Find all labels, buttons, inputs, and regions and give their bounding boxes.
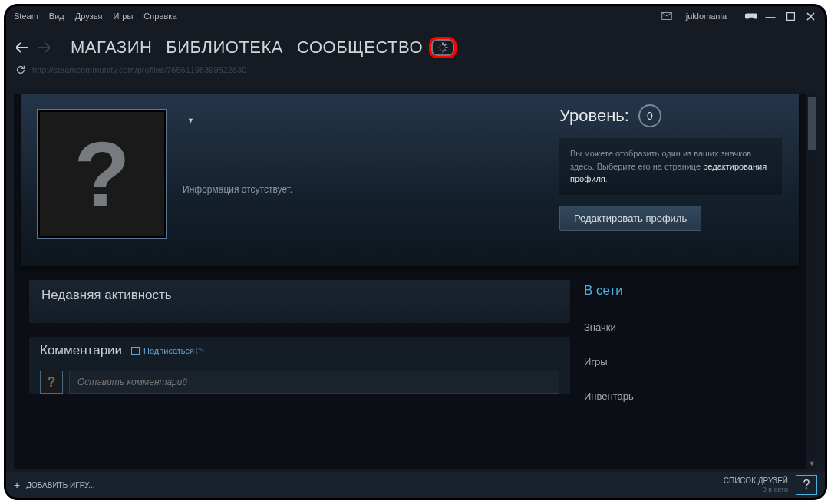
mail-icon[interactable] xyxy=(661,12,672,20)
sidebar-badges-link[interactable]: Значки xyxy=(584,321,799,333)
svg-line-9 xyxy=(440,44,441,46)
help-superscript-icon[interactable]: (?) xyxy=(196,347,204,354)
friends-online-count: 0 в сети xyxy=(724,486,788,494)
gamepad-icon[interactable] xyxy=(745,12,757,21)
friends-list-button[interactable]: СПИСОК ДРУЗЕЙ 0 в сети xyxy=(724,476,788,494)
menu-games[interactable]: Игры xyxy=(113,12,133,21)
help-button[interactable]: ? xyxy=(796,475,817,495)
svg-line-3 xyxy=(444,44,446,46)
nav-library[interactable]: БИБЛИОТЕКА xyxy=(166,38,283,58)
add-game-button[interactable]: ДОБАВИТЬ ИГРУ... xyxy=(26,481,94,489)
subscribe-toggle[interactable]: Подписаться (?) xyxy=(131,346,204,355)
comments-panel: Комментарии Подписаться (?) ? xyxy=(29,337,570,394)
plus-icon: + xyxy=(14,479,20,491)
chevron-down-icon: ▼ xyxy=(187,117,194,124)
badge-hint-text: Вы можете отобразить один из ваших значк… xyxy=(559,138,782,195)
nav-back[interactable] xyxy=(14,39,31,56)
recent-activity-title: Недавняя активность xyxy=(41,288,558,303)
nav-forward[interactable] xyxy=(35,39,52,56)
window-close[interactable] xyxy=(803,9,817,23)
menu-steam[interactable]: Steam xyxy=(14,12,38,21)
sidebar-inventory-link[interactable]: Инвентарь xyxy=(584,390,799,402)
nav-store[interactable]: МАГАЗИН xyxy=(71,38,152,58)
svg-line-5 xyxy=(444,49,446,51)
comment-input[interactable] xyxy=(69,371,559,394)
status-online: В сети xyxy=(584,283,799,298)
window-minimize[interactable]: — xyxy=(763,9,777,23)
reload-icon[interactable] xyxy=(15,64,26,75)
url-text: http://steamcommunity.com/profiles/76561… xyxy=(32,65,246,74)
nav-community[interactable]: СООБЩЕСТВО xyxy=(297,38,423,58)
recent-activity-panel: Недавняя активность xyxy=(29,280,570,323)
edit-profile-button[interactable]: Редактировать профиль xyxy=(559,206,701,231)
window-maximize[interactable] xyxy=(783,9,797,23)
scroll-down-icon[interactable]: ▼ xyxy=(806,458,817,469)
level-value-badge: 0 xyxy=(638,104,661,127)
level-label: Уровень: 0 xyxy=(559,104,782,127)
profile-no-info: Информация отсутствует. xyxy=(183,184,292,195)
svg-rect-1 xyxy=(786,12,794,20)
menu-friends[interactable]: Друзья xyxy=(75,12,103,21)
profile-header: ? ▼ Информация отсутствует. Уровень: 0 В… xyxy=(21,94,799,266)
sidebar-games-link[interactable]: Игры xyxy=(584,356,799,367)
avatar-placeholder-icon: ? xyxy=(74,121,130,227)
avatar-frame[interactable]: ? xyxy=(37,109,167,239)
loading-spinner-icon xyxy=(437,42,448,53)
comments-title: Комментарии xyxy=(40,343,122,358)
account-username[interactable]: juldomania xyxy=(686,12,727,21)
menu-view[interactable]: Вид xyxy=(49,12,64,21)
svg-line-7 xyxy=(440,49,441,51)
scroll-thumb[interactable] xyxy=(808,97,816,150)
profile-name-dropdown[interactable]: ▼ xyxy=(183,117,194,124)
vertical-scrollbar[interactable]: ▲ ▼ xyxy=(806,94,817,469)
nav-profile-highlighted[interactable] xyxy=(429,37,457,58)
checkbox-icon xyxy=(131,347,140,355)
menu-help[interactable]: Справка xyxy=(143,12,176,21)
commenter-avatar: ? xyxy=(40,371,63,394)
